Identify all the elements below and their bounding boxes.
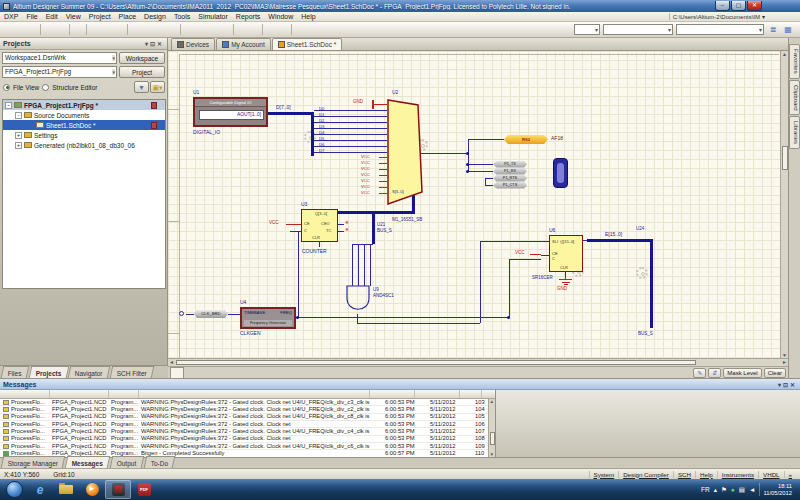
cut-icon[interactable] [130, 24, 142, 36]
bottom-panel-tab[interactable]: To-Do [144, 456, 176, 468]
move-up-icon[interactable] [366, 24, 378, 36]
panel-close-icon[interactable]: ✕ [157, 41, 164, 47]
configuration-combo[interactable] [603, 24, 673, 35]
select-area-icon[interactable] [183, 24, 195, 36]
zoom-area-icon[interactable] [101, 24, 113, 36]
tray-expand-icon[interactable]: ▴ [714, 486, 717, 494]
workspace-combo[interactable]: Workspace1.DsnWrk [2, 52, 117, 64]
panel-pin-icon[interactable]: ⊡ [783, 382, 790, 388]
sort-tool-icon[interactable]: ⇵ [708, 368, 721, 378]
menu-item[interactable]: View [62, 13, 85, 20]
menu-item[interactable]: DXP [0, 13, 22, 20]
port-rs2[interactable]: RS2 [504, 135, 548, 144]
clear-button[interactable]: Clear [764, 368, 786, 378]
bottom-panel-tab[interactable]: Messages [65, 456, 111, 468]
annotate-icon[interactable] [390, 24, 402, 36]
open-icon[interactable] [14, 24, 26, 36]
mask-level-button[interactable]: Mask Level [723, 368, 761, 378]
component-u1-configurable-digital-io[interactable]: Configurable Digital IO AOUT[1..0] [193, 97, 268, 127]
open-folder-icon[interactable]: ▣▾ [150, 81, 165, 93]
status-bar-button[interactable]: Design Compiler [618, 471, 673, 478]
place-part-icon[interactable] [318, 24, 330, 36]
panel-tab[interactable]: Files [1, 366, 29, 378]
side-tab[interactable]: Libraries [789, 116, 800, 149]
menu-item[interactable]: Help [297, 13, 319, 20]
paste-array-icon[interactable] [166, 24, 178, 36]
paste-icon[interactable] [154, 24, 166, 36]
device-combo[interactable] [676, 24, 764, 35]
copy-icon[interactable] [142, 24, 154, 36]
editor-tab[interactable] [184, 367, 196, 378]
column-header[interactable] [460, 390, 482, 398]
taskbar-clock[interactable]: 18:11 11/05/2012 [759, 483, 795, 496]
tree-expander-icon[interactable]: + [15, 142, 22, 149]
tree-expander-icon[interactable]: - [15, 112, 22, 119]
place-bus-icon[interactable] [306, 24, 318, 36]
workspace-button[interactable]: Workspace [119, 52, 165, 64]
redo-icon[interactable] [248, 24, 260, 36]
column-header[interactable] [109, 390, 139, 398]
menu-item[interactable]: Window [264, 13, 297, 20]
status-bar-button[interactable]: » [784, 471, 796, 478]
port-clk-brd[interactable]: CLK_BRD [194, 310, 228, 318]
status-bar-button[interactable]: System [589, 471, 619, 478]
zoom-all-icon[interactable] [89, 24, 101, 36]
place-power-port-icon[interactable] [354, 24, 366, 36]
panel-close-icon[interactable]: ✕ [790, 382, 797, 388]
zoom-selection-icon[interactable] [113, 24, 125, 36]
tree-row[interactable]: - FPGA_Project1.PrjFpg * [3, 100, 165, 110]
annotate-tool-icon[interactable]: ✎ [693, 368, 706, 378]
column-header[interactable] [139, 390, 370, 398]
save-icon[interactable] [26, 24, 38, 36]
variant-combo[interactable] [574, 24, 600, 35]
document-tab[interactable]: Devices [171, 38, 215, 50]
bottom-panel-tab[interactable]: Storage Manager [1, 456, 66, 468]
column-header[interactable] [370, 390, 415, 398]
sort-icon[interactable]: ▼ [134, 81, 149, 93]
document-tab[interactable]: My Account [216, 38, 271, 50]
document-tab[interactable]: Sheet1.SchDoc * [272, 38, 343, 50]
side-tab[interactable]: Favorites [789, 44, 800, 79]
column-header[interactable] [50, 390, 109, 398]
tree-row[interactable]: + Generated (nb2ibk01_08_db30_06 [3, 140, 165, 150]
file-view-radio[interactable] [3, 84, 10, 91]
horizontal-scrollbar[interactable] [168, 358, 788, 366]
volume-icon[interactable]: ◄ [749, 486, 755, 493]
messages-scrollbar[interactable] [488, 399, 495, 457]
project-button[interactable]: Project [119, 66, 165, 78]
filter-icon[interactable] [277, 24, 289, 36]
language-indicator[interactable]: FR [701, 486, 710, 493]
side-tab[interactable]: Clipboard [789, 80, 800, 116]
menu-item[interactable]: Tools [170, 13, 194, 20]
tree-row[interactable]: - Source Documents [3, 110, 165, 120]
panel-tab[interactable]: Navigator [68, 366, 110, 378]
undo-icon[interactable] [236, 24, 248, 36]
place-net-label-icon[interactable] [330, 24, 342, 36]
minimize-button[interactable] [715, 1, 730, 11]
menu-item[interactable]: Project [85, 13, 115, 20]
tree-row[interactable]: Sheet1.SchDoc * [3, 120, 165, 130]
start-button[interactable] [6, 481, 23, 498]
menu-item[interactable]: Simulator [194, 13, 232, 20]
move-down-icon[interactable] [378, 24, 390, 36]
status-bar-button[interactable]: SCH [673, 471, 695, 478]
status-bar-button[interactable]: Help [695, 471, 717, 478]
tree-row[interactable]: + Settings [3, 130, 165, 140]
menu-item[interactable]: Edit [42, 13, 62, 20]
taskbar-altium-button[interactable] [105, 480, 131, 499]
status-bar-button[interactable]: Instruments [717, 471, 758, 478]
action-center-icon[interactable]: ⚑ [721, 486, 727, 494]
component-u4-frequency-generator[interactable]: TIMEBASE FREQ Frequency Generator [240, 307, 296, 329]
status-ok-icon[interactable]: ● [731, 486, 735, 493]
maximize-button[interactable] [731, 1, 746, 11]
menu-item[interactable]: Place [115, 13, 141, 20]
tree-expander-icon[interactable]: + [15, 132, 22, 139]
panel-tab[interactable]: Projects [28, 366, 68, 378]
tree-expander-icon[interactable]: - [5, 102, 12, 109]
place-wire-icon[interactable] [294, 24, 306, 36]
open-project-icon[interactable] [72, 24, 84, 36]
path-combo[interactable]: C:\Users\Altium-2\Documents\IM▾ [669, 13, 768, 20]
network-icon[interactable]: ▤ [739, 486, 745, 494]
bottom-panel-tab[interactable]: Output [110, 456, 144, 468]
panel-pin-icon[interactable]: ⊡ [150, 41, 157, 47]
